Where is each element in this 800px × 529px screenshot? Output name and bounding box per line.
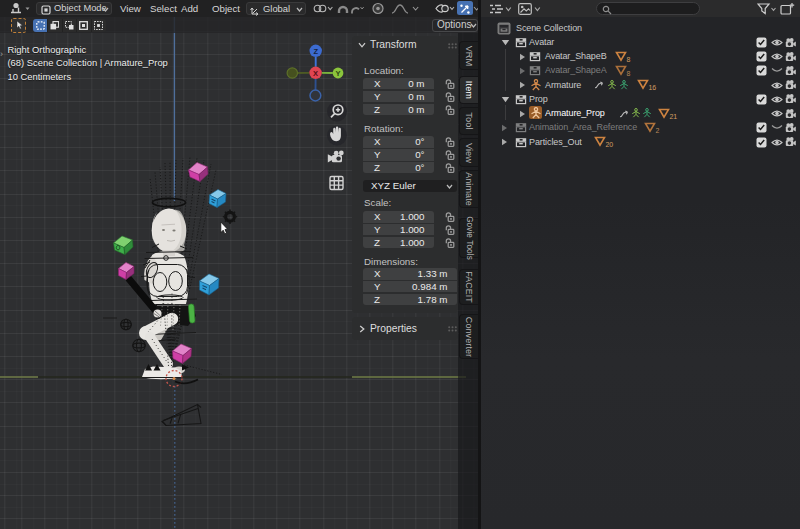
svg-text:2: 2 [656,127,660,134]
svg-text:X: X [313,69,318,78]
svg-text:Z: Z [313,47,318,56]
svg-text:16: 16 [649,84,657,91]
svg-text:21: 21 [670,113,678,120]
svg-text:20: 20 [606,141,614,148]
svg-text:8: 8 [627,56,631,63]
svg-text:8: 8 [627,70,631,77]
svg-text:Y: Y [335,69,340,78]
